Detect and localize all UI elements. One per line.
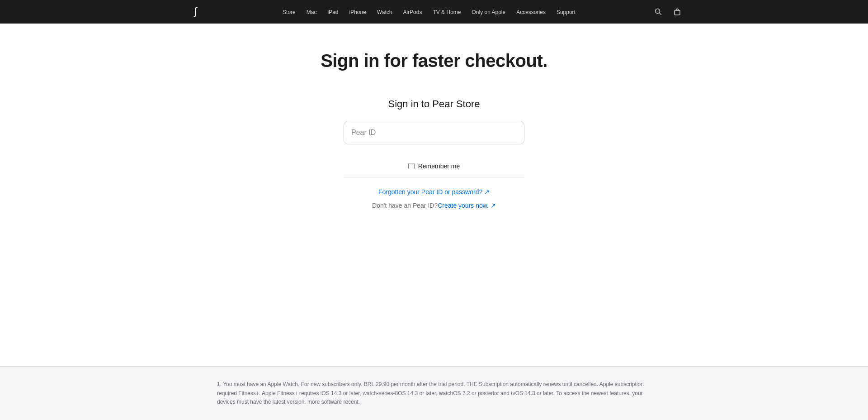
nav-item-watch[interactable]: Watch [372, 8, 398, 16]
forgotten-link[interactable]: Forgotten your Pear ID or password? ↗ [378, 188, 490, 196]
page-heading: Sign in for faster checkout. [321, 51, 547, 71]
create-account-link[interactable]: Create yours now. ↗ [438, 202, 496, 209]
nav-link-tv-home[interactable]: TV & Home [427, 9, 466, 15]
nav-item-ipad[interactable]: iPad [322, 8, 344, 16]
bag-button[interactable] [672, 8, 683, 15]
signin-title: Sign in to Pear Store [388, 98, 480, 110]
logo-link[interactable]: ʃ [185, 6, 205, 18]
nav-item-store[interactable]: Store [277, 8, 301, 16]
svg-rect-2 [675, 10, 680, 15]
nav-item-only-on-apple[interactable]: Only on Apple [466, 8, 511, 16]
nav-link-mac[interactable]: Mac [301, 9, 322, 15]
nav-link-watch[interactable]: Watch [372, 9, 398, 15]
nav-link-ipad[interactable]: iPad [322, 9, 344, 15]
bag-icon [674, 8, 681, 15]
pear-id-input[interactable] [344, 121, 524, 144]
remember-me-row: Remember me [408, 162, 460, 170]
signin-container: Sign in to Pear Store Remember me Forgot… [344, 98, 524, 209]
nav-item-accessories[interactable]: Accessories [511, 8, 551, 16]
nav-icons [653, 8, 683, 15]
no-account-prefix: Don't have an Pear ID? [372, 202, 438, 209]
nav-links-list: Store Mac iPad iPhone Watch AirPods TV &… [205, 8, 653, 16]
nav-item-mac[interactable]: Mac [301, 8, 322, 16]
nav-item-airpods[interactable]: AirPods [397, 8, 427, 16]
nav-link-store[interactable]: Store [277, 9, 301, 15]
search-button[interactable] [653, 8, 664, 15]
nav-link-support[interactable]: Support [551, 9, 581, 15]
link-section: Forgotten your Pear ID or password? ↗ Do… [372, 188, 496, 209]
nav-item-support[interactable]: Support [551, 8, 581, 16]
nav-link-iphone[interactable]: iPhone [344, 9, 371, 15]
main-content: Sign in for faster checkout. Sign in to … [0, 24, 868, 366]
logo-symbol: ʃ [194, 6, 197, 18]
search-icon [655, 8, 662, 15]
nav-link-accessories[interactable]: Accessories [511, 9, 551, 15]
nav-link-airpods[interactable]: AirPods [397, 9, 427, 15]
divider [344, 177, 524, 177]
nav-link-only-on-apple[interactable]: Only on Apple [466, 9, 511, 15]
nav-item-tv-home[interactable]: TV & Home [427, 8, 466, 16]
remember-me-label[interactable]: Remember me [418, 162, 460, 170]
footer-note: 1. You must have an Apple Watch. For new… [217, 380, 651, 406]
svg-line-1 [660, 13, 661, 15]
no-account-text: Don't have an Pear ID?Create yours now. … [372, 202, 496, 209]
footer: 1. You must have an Apple Watch. For new… [0, 366, 868, 420]
remember-me-checkbox[interactable] [408, 163, 415, 169]
nav-item-iphone[interactable]: iPhone [344, 8, 371, 16]
navigation: ʃ Store Mac iPad iPhone Watch AirPods TV… [0, 0, 868, 24]
